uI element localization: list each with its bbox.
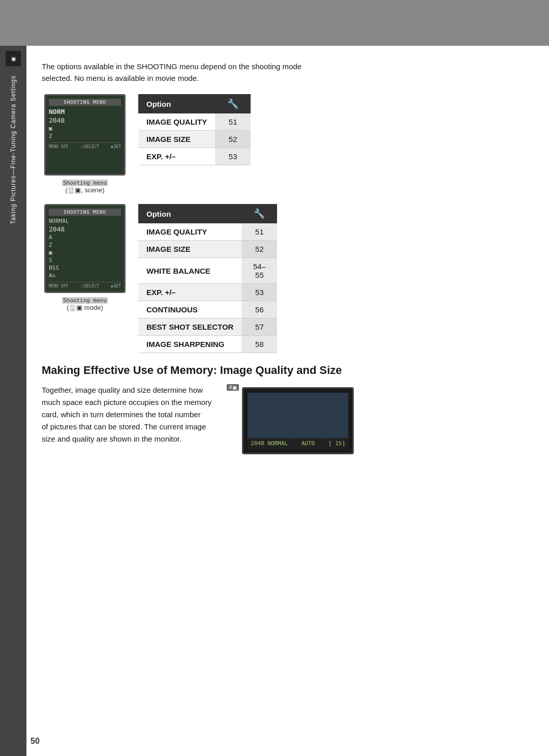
table2-option-header: Option xyxy=(138,204,241,223)
page-cell: 51 xyxy=(215,113,251,131)
table1-option-header: Option xyxy=(138,94,215,113)
table2-container: Option 🔧 IMAGE QUALITY51IMAGE SIZE52WHIT… xyxy=(138,204,529,353)
screen2-title: SHOOTING MENU xyxy=(49,209,121,216)
table-row: WHITE BALANCE54–55 xyxy=(138,258,277,284)
screen2-caption: Shooting menu (M▣ mode) xyxy=(62,296,108,311)
option-cell: BEST SHOT SELECTOR xyxy=(138,318,241,336)
page-cell: 56 xyxy=(241,301,277,318)
mode-icon-a: A xyxy=(69,187,74,194)
page-cell: 58 xyxy=(241,336,277,353)
option-cell: WHITE BALANCE xyxy=(138,258,241,284)
top-bar xyxy=(0,0,549,46)
option-cell: EXP. +/– xyxy=(138,148,215,165)
screen2-row-a: A xyxy=(49,234,121,241)
mode-icon-m: M xyxy=(70,305,76,311)
screen1-caption: Shooting menu (A▣, scene) xyxy=(62,179,108,194)
screen1-row-norm: NORM xyxy=(49,108,121,115)
page-cell: 52 xyxy=(215,131,251,148)
screen1-title: SHOOTING MENU xyxy=(49,99,121,106)
screen2-container: SHOOTING MENU NORMAL 2048 A Z ▣ S BSS A◇… xyxy=(42,204,128,311)
option-cell: IMAGE QUALITY xyxy=(138,223,241,241)
main-content: The options available in the SHOOTING me… xyxy=(26,46,549,475)
screen2-row-normal: NORMAL xyxy=(49,218,121,224)
camera-mode-icon: ▣ xyxy=(6,51,21,66)
screen2-row-a2: A◇ xyxy=(49,272,121,279)
option-table-2: Option 🔧 IMAGE QUALITY51IMAGE SIZE52WHIT… xyxy=(138,204,277,353)
option-cell: IMAGE QUALITY xyxy=(138,113,215,131)
lcd-screen-2: SHOOTING MENU NORMAL 2048 A Z ▣ S BSS A◇… xyxy=(44,204,126,293)
screen1-container: SHOOTING MENU NORM 2048 ▣ Z MENU OFF ⬡SE… xyxy=(42,94,128,194)
table2-page-header: 🔧 xyxy=(241,204,277,223)
monitor-bottom-bar: 2048 NORMAL AUTO [ 15] xyxy=(248,438,348,449)
second-section-row: SHOOTING MENU NORMAL 2048 A Z ▣ S BSS A◇… xyxy=(42,204,529,353)
monitor-screen: 2048 NORMAL AUTO [ 15] xyxy=(248,393,348,449)
screen2-row-z: Z xyxy=(49,242,121,248)
table-row: BEST SHOT SELECTOR57 xyxy=(138,318,277,336)
screen1-row-icon1: ▣ xyxy=(49,125,121,132)
table-row: EXP. +/–53 xyxy=(138,284,277,301)
screen2-row-s: S xyxy=(49,257,121,264)
body-text: Together, image quality and size determi… xyxy=(42,384,211,445)
sidebar-label: Taking Pictures—Fine-Tuning Camera Setti… xyxy=(10,75,17,224)
page-cell: 57 xyxy=(241,318,277,336)
monitor-display: 2048 NORMAL AUTO [ 15] xyxy=(242,387,354,454)
intro-paragraph: The options available in the SHOOTING me… xyxy=(42,61,484,84)
table-row: IMAGE SIZE52 xyxy=(138,131,251,148)
table-row: IMAGE SIZE52 xyxy=(138,241,277,258)
screen2-row-2048: 2048 xyxy=(49,225,121,233)
bottom-section-row: Together, image quality and size determi… xyxy=(42,384,529,454)
table1-page-header: 🔧 xyxy=(215,94,251,113)
monitor-size-quality: 2048 NORMAL xyxy=(251,440,288,447)
section-heading: Making Effective Use of Memory: Image Qu… xyxy=(42,363,529,378)
page-number: 50 xyxy=(30,737,40,746)
page-cell: 53 xyxy=(241,284,277,301)
screen1-row-icon2: Z xyxy=(49,133,121,139)
option-cell: IMAGE SIZE xyxy=(138,241,241,258)
lcd-screen-1: SHOOTING MENU NORM 2048 ▣ Z MENU OFF ⬡SE… xyxy=(44,94,126,176)
screen2-row-bss: BSS xyxy=(49,265,121,271)
screen1-bottom: MENU OFF ⬡SELECT ▶SET xyxy=(49,142,121,149)
option-cell: EXP. +/– xyxy=(138,284,241,301)
option-table-1: Option 🔧 IMAGE QUALITY51IMAGE SIZE52EXP.… xyxy=(138,94,251,165)
page-cell: 52 xyxy=(241,241,277,258)
monitor-count: [ 15] xyxy=(328,440,345,447)
page-cell: 53 xyxy=(215,148,251,165)
table-row: IMAGE QUALITY51 xyxy=(138,113,251,131)
option-cell: IMAGE SIZE xyxy=(138,131,215,148)
screen2-row-sq: ▣ xyxy=(49,249,121,256)
table1-container: Option 🔧 IMAGE QUALITY51IMAGE SIZE52EXP.… xyxy=(138,94,529,165)
first-section-row: SHOOTING MENU NORM 2048 ▣ Z MENU OFF ⬡SE… xyxy=(42,94,529,194)
page-cell: 54–55 xyxy=(241,258,277,284)
monitor-container: A▣ 2048 NORMAL AUTO [ 15] xyxy=(227,384,354,454)
option-cell: CONTINUOUS xyxy=(138,301,241,318)
monitor-auto: AUTO xyxy=(301,440,315,447)
page-cell: 51 xyxy=(241,223,277,241)
screen2-bottom: MENU OFF ⬡SELECT ▶SET xyxy=(49,282,121,288)
option-cell: IMAGE SHARPENING xyxy=(138,336,241,353)
table-row: IMAGE QUALITY51 xyxy=(138,223,277,241)
screen1-row-2048: 2048 xyxy=(49,117,121,124)
table-row: IMAGE SHARPENING58 xyxy=(138,336,277,353)
table-row: CONTINUOUS56 xyxy=(138,301,277,318)
table-row: EXP. +/–53 xyxy=(138,148,251,165)
sidebar: ▣ Taking Pictures—Fine-Tuning Camera Set… xyxy=(0,46,26,756)
